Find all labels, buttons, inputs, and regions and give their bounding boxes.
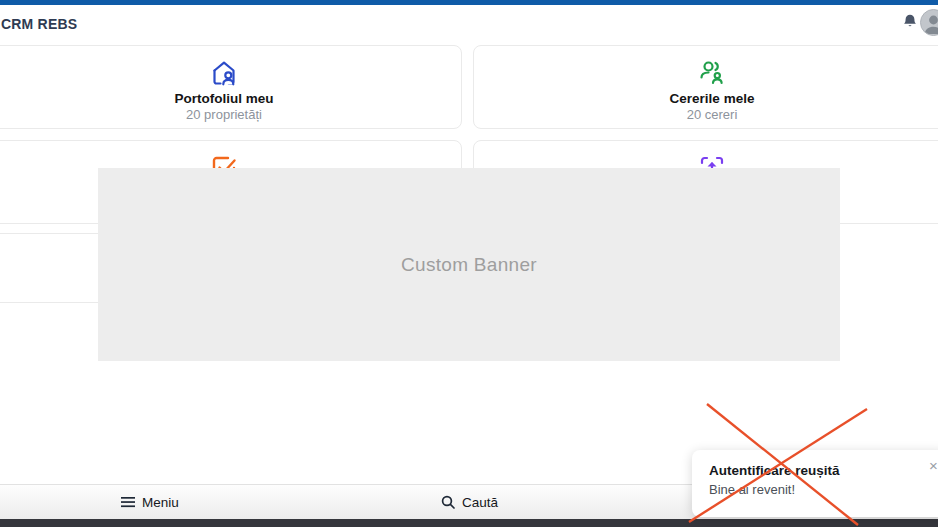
menu-button[interactable]: Meniu: [121, 492, 179, 512]
bottom-dark-strip: [0, 519, 938, 527]
hamburger-icon: [121, 496, 135, 508]
card-portfolio[interactable]: Portofoliul meu 20 proprietăți: [0, 45, 462, 129]
search-button[interactable]: Caută: [441, 492, 498, 512]
banner-label: Custom Banner: [401, 254, 537, 276]
card-subtitle: 20 cereri: [687, 107, 738, 122]
bell-icon: [901, 11, 919, 29]
top-accent-bar: [0, 0, 938, 5]
app-screen: CRM REBS Portofoliul meu 20 proprietăți: [0, 0, 938, 527]
card-title: Portofoliul meu: [175, 91, 274, 106]
toast-message: Bine ai revenit!: [709, 482, 938, 498]
card-requests[interactable]: Cererile mele 20 cereri: [473, 45, 938, 129]
toast-title: Autentificare reușită: [709, 463, 938, 479]
house-user-icon: [209, 58, 239, 88]
custom-banner: Custom Banner: [98, 168, 840, 361]
person-icon: [921, 10, 938, 35]
search-icon: [441, 495, 455, 509]
users-icon: [697, 58, 727, 88]
notifications-bell-icon[interactable]: [901, 11, 919, 29]
search-label: Caută: [462, 495, 498, 510]
card-subtitle: 20 proprietăți: [186, 107, 262, 122]
toast-close-icon[interactable]: ×: [929, 458, 938, 474]
menu-label: Meniu: [142, 495, 179, 510]
brand-logo[interactable]: CRM REBS: [1, 16, 77, 32]
toast-notification: Autentificare reușită Bine ai revenit! ×: [692, 450, 938, 517]
user-avatar[interactable]: [920, 9, 938, 36]
card-title: Cererile mele: [670, 91, 755, 106]
